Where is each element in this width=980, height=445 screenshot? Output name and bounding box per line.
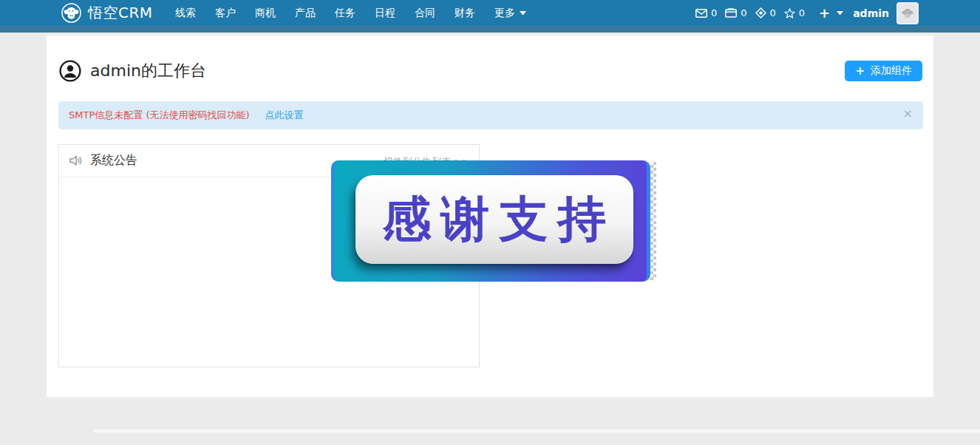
quick-add-icon[interactable]: +	[819, 7, 830, 20]
navbar-right-cluster: 0 0 0	[695, 0, 919, 26]
current-username[interactable]: admin	[853, 7, 889, 19]
card-bottom-edge	[93, 429, 980, 432]
star-count: 0	[799, 7, 805, 18]
menu-item-schedule[interactable]: 日程	[365, 7, 405, 20]
menu-more-label: 更多	[494, 7, 515, 20]
caret-down-icon	[520, 11, 526, 16]
add-widget-label: 添加组件	[871, 64, 912, 78]
wallet-count: 0	[741, 7, 746, 18]
gem-icon	[755, 7, 766, 18]
smtp-setup-link[interactable]: 点此设置	[265, 109, 304, 122]
wallet-icon	[725, 8, 737, 18]
navbar-shadow-strip	[0, 26, 980, 33]
close-icon[interactable]: ×	[903, 108, 913, 120]
gem-count: 0	[770, 7, 776, 18]
quick-add-caret-icon[interactable]	[837, 11, 843, 16]
promo-transparency-checker-edge	[650, 162, 656, 280]
speaker-icon	[69, 154, 83, 167]
menu-item-opportunities[interactable]: 商机	[245, 7, 285, 20]
brand-logo[interactable]: 悟空CRM	[61, 1, 153, 24]
star-counter[interactable]: 0	[784, 7, 805, 18]
menu-item-leads[interactable]: 线索	[166, 7, 205, 20]
monkey-logo-icon	[61, 3, 81, 23]
smtp-alert-banner: SMTP信息未配置 (无法使用密码找回功能) 点此设置 ×	[58, 101, 923, 129]
menu-item-products[interactable]: 产品	[285, 7, 325, 20]
plus-icon: +	[855, 66, 865, 77]
promo-text: 感谢支持	[383, 186, 616, 253]
menu-item-customers[interactable]: 客户	[205, 7, 245, 20]
add-widget-button[interactable]: + 添加组件	[845, 61, 922, 81]
wallet-counter[interactable]: 0	[725, 7, 746, 18]
user-circle-icon	[59, 60, 81, 85]
menu-item-finance[interactable]: 财务	[445, 7, 485, 20]
mail-count: 0	[711, 7, 717, 18]
mail-icon	[695, 9, 707, 18]
smtp-alert-message: SMTP信息未配置 (无法使用密码找回功能)	[69, 109, 250, 122]
menu-item-tasks[interactable]: 任务	[325, 7, 365, 20]
star-icon	[784, 8, 795, 18]
menu-item-more[interactable]: 更多	[485, 7, 536, 20]
brand-name: 悟空CRM	[88, 3, 153, 23]
announcement-title: 系统公告	[90, 153, 137, 169]
promo-button-graphic: 感谢支持	[355, 175, 633, 264]
mail-counter[interactable]: 0	[695, 7, 717, 18]
user-avatar[interactable]	[896, 2, 919, 24]
page-title: admin的工作台	[90, 60, 206, 82]
main-menu: 线索 客户 商机 产品 任务 日程 合同 财务 更多	[166, 0, 536, 26]
avatar-monkey-image	[900, 6, 915, 21]
menu-item-contracts[interactable]: 合同	[405, 7, 445, 20]
gem-counter[interactable]: 0	[755, 7, 776, 18]
wukong-crm-dashboard: 悟空CRM 线索 客户 商机 产品 任务 日程 合同 财务 更多 0	[0, 0, 980, 445]
promo-overlay-image: 感谢支持	[331, 160, 656, 282]
